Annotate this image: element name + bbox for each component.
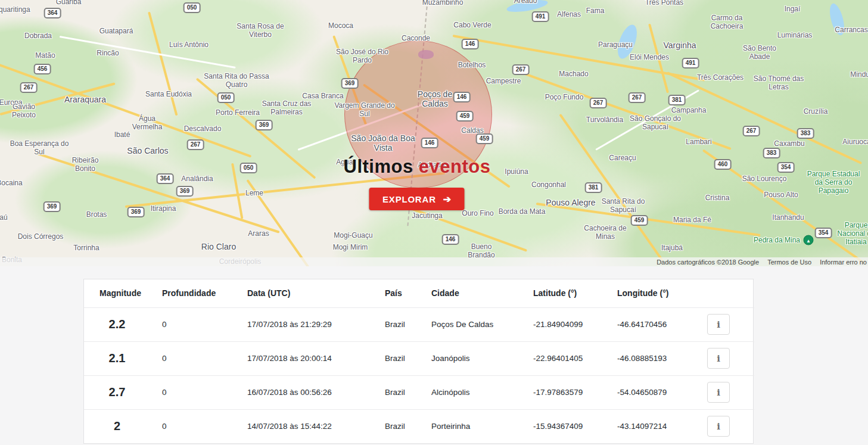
lat-cell: -22.96401405 [533, 341, 617, 375]
map-label-town: São Bento Abade [736, 45, 783, 61]
map-label-town: Borda da Mata [499, 208, 546, 216]
map-label-town: São Gonçalo do Sapucaí [623, 115, 688, 132]
map-label-town: Brotas [86, 211, 107, 219]
route-badge: 050 [240, 163, 257, 173]
map-label-town: Taquaritinga [0, 6, 30, 14]
route-badge: 459 [631, 215, 648, 226]
terms-of-use-link[interactable]: Termos de Uso [767, 259, 811, 266]
report-map-error-link[interactable]: Informar erro no [820, 259, 867, 266]
map-label-town: Varginha [663, 41, 696, 50]
map-label-town: Luís Antônio [169, 41, 209, 49]
explorar-button-label: EXPLORAR [382, 194, 436, 204]
route-badge: 354 [777, 162, 795, 173]
route-badge: 146 [462, 39, 479, 49]
map-label-park: Pedra da Mina [754, 236, 800, 245]
map-label-town: Santa Rita do Passa Quatro [201, 73, 272, 89]
route-badge: 383 [797, 128, 814, 139]
city-cell: Joanópolis [431, 341, 533, 375]
route-badge: 459 [476, 133, 493, 144]
map-label-town: Carrancas [835, 26, 867, 35]
route-badge: 267 [629, 92, 646, 103]
map-label-town: Água Vermelha [123, 115, 171, 132]
page-title: Últimos eventos [344, 156, 491, 178]
map-label-town: Rincão [97, 49, 119, 58]
map-label-town: Botelhos [458, 61, 486, 70]
country-cell: Brazil [385, 409, 431, 443]
country-cell: Brazil [385, 375, 431, 409]
map-label-town: Pouso Alegre [546, 198, 595, 207]
route-badge: 369 [256, 120, 273, 130]
route-badge: 383 [763, 148, 780, 158]
event-info-button[interactable]: i [707, 314, 730, 335]
map-label-town: São Carlos [127, 146, 168, 155]
route-badge: 381 [585, 182, 602, 193]
route-badge: 459 [456, 111, 474, 122]
country-cell: Brazil [385, 341, 431, 375]
map-label-town: Torrinha [73, 244, 99, 253]
depth-cell: 0 [162, 409, 247, 443]
map-label-town: Elói Mendes [630, 54, 669, 62]
table-row: 2.1017/07/2018 às 20:00:14BrazilJoanópol… [84, 341, 754, 375]
lng-cell: -43.14097214 [617, 409, 707, 443]
map-label-town: Luminárias [777, 32, 813, 40]
map-label-town: Turvolândia [586, 116, 623, 125]
map-label-town: Machado [559, 70, 588, 79]
actions-cell: i [707, 375, 754, 409]
map-label-town: Aiuruoca [842, 138, 868, 147]
map-label-town: Mogi Mirim [333, 244, 368, 252]
date-cell: 17/07/2018 às 21:29:29 [247, 307, 385, 341]
event-info-button[interactable]: i [707, 382, 730, 403]
map-label-town: Congonhal [531, 181, 566, 189]
arrow-right-icon: ➔ [443, 194, 452, 205]
country-cell: Brazil [385, 307, 431, 341]
event-info-button[interactable]: i [707, 416, 730, 437]
map-label-town: Caxambu [774, 140, 804, 148]
page-title-black: Últimos [344, 156, 419, 177]
map-label-town: Cruzília [804, 108, 828, 116]
route-badge: 381 [668, 95, 686, 105]
lng-cell: -46.64170456 [617, 307, 707, 341]
events-map[interactable]: GuaribaTaquaritingaDobradaMatãoGuatapará… [0, 0, 868, 266]
explorar-button[interactable]: EXPLORAR➔ [369, 188, 465, 210]
map-label-town: Maria da Fé [673, 216, 711, 225]
event-info-button[interactable]: i [707, 348, 730, 369]
map-label-town: Santa Eudóxia [145, 91, 192, 99]
lat-cell: -21.84904099 [533, 307, 617, 341]
route-badge: 364 [44, 8, 61, 18]
city-cell: Alcinópolis [431, 375, 533, 409]
route-badge: 146 [421, 138, 438, 148]
map-label-town: Itajubá [661, 244, 683, 253]
hero-overlay: Últimos eventos EXPLORAR➔ [344, 156, 491, 210]
table-row: 2.2017/07/2018 às 21:29:29BrazilPoços De… [84, 307, 754, 341]
table-row: 2.7016/07/2018 às 00:56:26BrazilAlcinópo… [84, 375, 754, 409]
magnitude-cell: 2.1 [84, 341, 162, 375]
map-label-town: Matão [35, 52, 55, 60]
depth-cell: 0 [162, 341, 247, 375]
date-cell: 17/07/2018 às 20:00:14 [247, 341, 385, 375]
depth-cell: 0 [162, 307, 247, 341]
route-badge: 491 [682, 58, 699, 69]
route-badge: 267 [20, 82, 38, 93]
map-label-town: Campanha [671, 107, 707, 115]
map-label-town: Araraquara [64, 95, 106, 104]
map-label-town: Rio Claro [201, 242, 236, 251]
map-label-town: Campestre [486, 77, 521, 86]
map-label-town: Muzambinho [422, 0, 463, 7]
map-label-town: Bocaina [0, 179, 23, 188]
magnitude-cell: 2 [84, 409, 162, 443]
lng-cell: -46.08885193 [617, 341, 707, 375]
map-label-town: Ibaté [114, 131, 130, 139]
map-label-town: Poço Fundo [545, 94, 584, 102]
route-badge: 050 [183, 2, 201, 13]
column-header [707, 279, 754, 307]
events-section: MagnitudeProfundidadeData (UTC)PaísCidad… [0, 266, 868, 445]
table-row: 2014/07/2018 às 15:44:22BrazilPorteirinh… [84, 409, 754, 443]
events-table: MagnitudeProfundidadeData (UTC)PaísCidad… [84, 279, 754, 443]
route-badge: 146 [453, 92, 471, 102]
map-label-town: São João da Boa Vista [347, 133, 419, 153]
map-label-town: Ouro Fino [462, 210, 493, 218]
map-label-town: Alfenas [557, 11, 581, 19]
lat-cell: -17.97863579 [533, 375, 617, 409]
city-cell: Porteirinha [431, 409, 533, 443]
map-label-town: Minduri [850, 71, 868, 79]
